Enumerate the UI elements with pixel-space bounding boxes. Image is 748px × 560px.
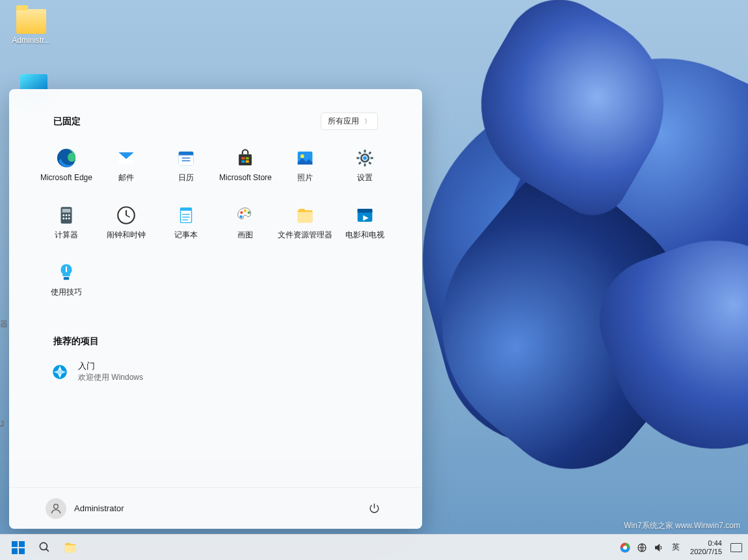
mail-icon bbox=[115, 147, 137, 169]
svg-line-19 bbox=[369, 152, 371, 154]
desktop-icon-label: Administr... bbox=[12, 36, 50, 45]
tips-icon bbox=[55, 261, 77, 284]
svg-point-41 bbox=[240, 215, 243, 218]
app-label: 照片 bbox=[297, 173, 313, 182]
clock-icon bbox=[115, 204, 137, 226]
svg-point-11 bbox=[301, 154, 304, 158]
app-label: 电影和电视 bbox=[345, 230, 384, 239]
recommended-item[interactable]: 入门欢迎使用 Windows bbox=[33, 356, 399, 387]
svg-point-29 bbox=[68, 218, 70, 220]
start-button[interactable] bbox=[5, 535, 31, 561]
avatar-icon bbox=[46, 498, 66, 519]
recommended-subtitle: 欢迎使用 Windows bbox=[78, 372, 143, 383]
start-menu: 已固定 所有应用 〉 Microsoft Edge邮件日历Microsoft S… bbox=[9, 89, 422, 529]
user-account-button[interactable]: Administrator bbox=[46, 498, 124, 519]
pinned-app-notepad[interactable]: 记事本 bbox=[156, 200, 216, 255]
pinned-app-movies[interactable]: 电影和电视 bbox=[335, 200, 395, 255]
clock-button[interactable]: 0:44 2020/7/15 bbox=[686, 539, 726, 555]
svg-point-49 bbox=[54, 504, 59, 509]
svg-rect-5 bbox=[239, 154, 252, 165]
file-explorer-taskbar-button[interactable] bbox=[57, 535, 83, 561]
windows-logo-icon bbox=[12, 541, 25, 554]
svg-rect-45 bbox=[64, 277, 70, 280]
calculator-icon bbox=[55, 204, 77, 226]
partial-text: 器 bbox=[0, 319, 8, 430]
pinned-app-explorer[interactable]: 文件资源管理器 bbox=[275, 200, 335, 255]
folder-icon bbox=[16, 9, 46, 34]
svg-point-50 bbox=[40, 542, 47, 550]
tray-app-icon[interactable] bbox=[619, 541, 632, 554]
svg-point-55 bbox=[623, 546, 627, 550]
network-icon[interactable] bbox=[635, 541, 648, 554]
svg-rect-6 bbox=[242, 157, 245, 160]
svg-rect-34 bbox=[180, 208, 191, 211]
pinned-app-store[interactable]: Microsoft Store bbox=[216, 143, 276, 198]
user-name-label: Administrator bbox=[74, 503, 124, 513]
partial-text: J bbox=[0, 420, 4, 430]
ime-indicator[interactable]: 英 bbox=[669, 541, 682, 554]
taskbar: 英 0:44 2020/7/15 bbox=[0, 534, 748, 560]
all-apps-button[interactable]: 所有应用 〉 bbox=[321, 113, 378, 130]
recommended-list: 入门欢迎使用 Windows bbox=[33, 356, 399, 387]
svg-rect-43 bbox=[358, 209, 373, 213]
system-tray: 英 0:44 2020/7/15 bbox=[619, 539, 743, 555]
svg-point-25 bbox=[65, 215, 67, 217]
folder-icon bbox=[63, 540, 77, 555]
svg-rect-2 bbox=[178, 155, 193, 166]
pinned-app-calendar[interactable]: 日历 bbox=[156, 143, 216, 198]
svg-line-17 bbox=[359, 152, 361, 154]
app-label: 画图 bbox=[237, 230, 253, 239]
svg-line-18 bbox=[369, 162, 371, 164]
svg-line-20 bbox=[359, 162, 361, 164]
pinned-app-mail[interactable]: 邮件 bbox=[96, 143, 156, 198]
svg-line-51 bbox=[46, 549, 48, 552]
movies-icon bbox=[354, 204, 376, 226]
svg-point-40 bbox=[248, 211, 250, 214]
app-label: 闹钟和时钟 bbox=[107, 230, 146, 239]
recommended-section-title: 推荐的项目 bbox=[53, 336, 99, 347]
taskbar-date: 2020/7/15 bbox=[690, 548, 722, 556]
pinned-app-tips[interactable]: 使用技巧 bbox=[36, 258, 96, 312]
paint-icon bbox=[234, 204, 256, 226]
pinned-app-photos[interactable]: 照片 bbox=[275, 143, 335, 198]
svg-point-26 bbox=[68, 215, 70, 217]
app-label: 计算器 bbox=[55, 230, 78, 239]
app-label: 邮件 bbox=[118, 173, 134, 182]
taskbar-time: 0:44 bbox=[690, 539, 722, 548]
pinned-app-settings[interactable]: 设置 bbox=[335, 143, 395, 198]
all-apps-label: 所有应用 bbox=[328, 116, 359, 127]
app-label: Microsoft Edge bbox=[40, 173, 92, 182]
notifications-button[interactable] bbox=[730, 541, 743, 554]
app-label: 设置 bbox=[357, 173, 373, 182]
svg-point-24 bbox=[62, 215, 64, 217]
svg-point-21 bbox=[363, 156, 367, 160]
svg-rect-7 bbox=[246, 157, 249, 160]
svg-point-38 bbox=[241, 211, 243, 214]
volume-icon[interactable] bbox=[652, 541, 665, 554]
watermark-text: Win7系统之家 www.Winwin7.com bbox=[624, 520, 740, 531]
settings-icon bbox=[354, 147, 376, 169]
pinned-app-edge[interactable]: Microsoft Edge bbox=[36, 143, 96, 198]
notepad-icon bbox=[175, 204, 197, 226]
svg-point-39 bbox=[244, 209, 247, 212]
notification-icon bbox=[730, 543, 742, 552]
app-label: 文件资源管理器 bbox=[278, 230, 332, 239]
store-icon bbox=[234, 147, 256, 169]
app-label: Microsoft Store bbox=[219, 173, 272, 182]
desktop-folder-administrator[interactable]: Administr... bbox=[7, 7, 56, 47]
pinned-section-title: 已固定 bbox=[53, 116, 81, 127]
pinned-app-clock[interactable]: 闹钟和时钟 bbox=[96, 200, 156, 255]
calendar-icon bbox=[175, 147, 197, 169]
pinned-app-calculator[interactable]: 计算器 bbox=[36, 200, 96, 255]
svg-point-27 bbox=[62, 218, 64, 220]
search-button[interactable] bbox=[31, 535, 57, 561]
app-label: 记事本 bbox=[174, 230, 198, 239]
power-icon bbox=[368, 502, 381, 514]
search-icon bbox=[38, 541, 51, 553]
getstarted-icon bbox=[49, 362, 70, 382]
explorer-icon bbox=[294, 204, 316, 226]
power-button[interactable] bbox=[362, 497, 386, 520]
svg-point-28 bbox=[65, 218, 67, 220]
app-label: 使用技巧 bbox=[51, 287, 82, 297]
pinned-app-paint[interactable]: 画图 bbox=[216, 200, 276, 255]
